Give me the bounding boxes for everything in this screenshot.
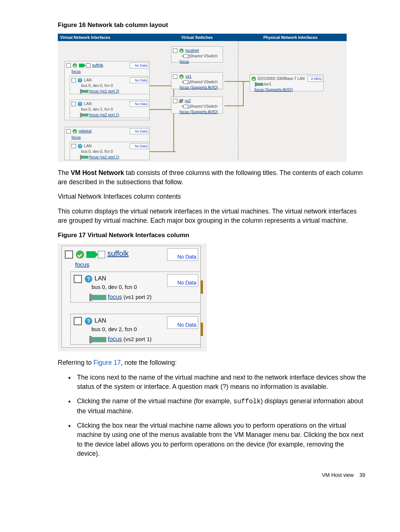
nic-card[interactable]: ? LAN No Data bus 0, dev 2, fcn 0 focus … <box>70 100 150 118</box>
figure-17-caption: Figure 17 Virtual Network Interfaces col… <box>58 231 367 240</box>
host-icon <box>86 63 90 68</box>
sparkline-badge: No Data <box>167 274 198 287</box>
footer-section: VM Host view <box>322 472 354 478</box>
list-item: Clicking the box near the virtual machin… <box>75 421 367 459</box>
unknown-status-icon: ? <box>78 102 82 106</box>
vswitch-card-vs1[interactable]: vs1 • Shared VSwitch focus (Supports AVI… <box>171 72 223 89</box>
switch-icon <box>183 54 189 58</box>
connector-stub <box>201 323 203 336</box>
checkbox-icon[interactable] <box>173 74 177 79</box>
list-item: Clicking the name of the virtual machine… <box>75 397 367 416</box>
nic-label: LAN <box>84 101 91 106</box>
sparkline-badge: No Data <box>130 77 148 83</box>
pni-name: 0/2/1/0/6/0 1000Base-T LAN <box>258 77 305 81</box>
nic-icon <box>91 295 106 300</box>
vswitch-card-vs2[interactable]: vs2 • Shared VSwitch focus (Supports AVI… <box>171 97 223 114</box>
nic-card[interactable]: ? LAN No Data bus 0, dev 0, fcn 0 focus … <box>70 272 201 303</box>
host-icon <box>98 251 105 258</box>
column-separator <box>238 41 239 159</box>
checkbox-icon[interactable] <box>173 48 177 53</box>
nic-port: focus (vs2 port 1) <box>89 112 119 117</box>
nic-bus: bus 0, dev 0, fcn 0 <box>81 83 148 88</box>
connector-line <box>150 85 174 87</box>
unknown-status-icon: ? <box>85 317 92 325</box>
status-ok-icon <box>73 63 77 68</box>
host-link[interactable]: focus <box>71 135 81 139</box>
vswitch-type: Shared VSwitch <box>190 54 218 58</box>
checkbox-icon[interactable] <box>74 317 82 325</box>
pni-card[interactable]: 0/2/1/0/6/0 1000Base-T LAN 0 Mb/s lan1 f… <box>250 74 324 91</box>
sparkline-badge: No Data <box>167 248 198 261</box>
text-bold: VM Host Network <box>71 169 124 176</box>
nic-port: focus (vs2 port 1) <box>108 336 151 342</box>
unknown-status-icon: ? <box>78 78 82 83</box>
text: This column displays the virtual network… <box>58 207 367 226</box>
bullet-list: The icons next to the name of the virtua… <box>58 373 367 459</box>
vswitch-type: Shared VSwitch <box>190 104 218 108</box>
checkbox-icon[interactable] <box>173 99 177 103</box>
vm-name-link[interactable]: wiliekat <box>79 129 91 133</box>
checkbox-icon[interactable] <box>66 129 71 134</box>
nic-port: focus (vs1 port 2) <box>108 294 151 300</box>
nic-label: LAN <box>84 144 91 148</box>
connector-stub <box>201 280 203 294</box>
sparkline-badge: No Data <box>130 128 148 134</box>
checkbox-icon[interactable] <box>71 144 76 148</box>
connector-line <box>224 105 243 107</box>
vswitch-card-localnet[interactable]: localnet • Shared VSwitch focus <box>171 46 223 63</box>
host-link[interactable]: focus <box>180 59 189 64</box>
sparkline-badge: No Data <box>130 101 148 107</box>
connector-line <box>224 81 243 82</box>
list-item: The icons next to the name of the virtua… <box>75 373 367 392</box>
nic-bus: bus 0, dev 0, fcn 0 <box>81 149 148 154</box>
host-link[interactable]: focus (Supports AVIO) <box>180 85 218 90</box>
checkbox-icon[interactable] <box>71 78 76 83</box>
col-header-pni: Physical Network Interfaces <box>234 34 347 41</box>
switch-icon <box>183 105 189 108</box>
nic-label: LAN <box>84 78 91 82</box>
figure-17-diagram: suffolk No Data focus ? LAN No Data bus … <box>58 243 207 351</box>
checkbox-icon[interactable] <box>71 102 76 106</box>
nic-card[interactable]: ? LAN No Data bus 0, dev 0, fcn 0 focus … <box>70 76 150 94</box>
vswitch-link[interactable]: vs1 <box>186 74 191 78</box>
figure-ref-link[interactable]: Figure 17 <box>93 359 121 366</box>
nic-icon <box>256 83 263 86</box>
checkbox-icon[interactable] <box>74 275 82 283</box>
nic-port: focus (vs1 port 1) <box>89 155 119 159</box>
status-ok-icon <box>251 77 256 81</box>
host-link[interactable]: focus <box>75 262 89 268</box>
connector-line <box>173 81 174 152</box>
nic-card[interactable]: ? LAN No Data bus 0, dev 2, fcn 0 focus … <box>70 314 201 345</box>
status-ok-icon <box>73 129 77 134</box>
unknown-status-icon: ? <box>85 275 92 283</box>
page-footer: VM Host view 39 <box>58 471 367 479</box>
figure-16-caption: Figure 16 Network tab column layout <box>58 21 367 30</box>
vm-name-link[interactable]: suffolk <box>107 249 129 257</box>
vm-name-link[interactable]: suffolk <box>92 63 103 67</box>
connector-line <box>150 109 174 110</box>
vswitch-link[interactable]: localnet <box>186 48 199 53</box>
switch-icon <box>183 80 189 84</box>
nic-bus: bus 0, dev 2, fcn 0 <box>81 107 148 112</box>
nic-icon <box>81 90 89 93</box>
host-link[interactable]: focus <box>71 69 81 74</box>
nic-label: LAN <box>94 317 106 324</box>
checkbox-icon[interactable] <box>66 63 71 68</box>
vswitch-link[interactable]: vs2 <box>185 98 191 103</box>
connector-line <box>150 151 176 152</box>
nic-port: focus (vs1 port 2) <box>89 89 119 93</box>
body-text: The VM Host Network tab consists of thre… <box>58 168 367 226</box>
status-ok-icon <box>76 250 84 259</box>
host-link[interactable]: focus (Supports AVIO) <box>180 110 218 114</box>
host-link[interactable]: focus (Supports AVIO) <box>254 87 293 92</box>
figure-16-diagram: Virtual Network Interfaces Virtual Switc… <box>58 34 347 162</box>
unknown-status-icon: ? <box>78 144 82 148</box>
running-icon <box>86 251 95 258</box>
status-ok-icon <box>179 48 184 53</box>
nic-card[interactable]: ? LAN No Data bus 0, dev 0, fcn 0 focus … <box>70 142 150 160</box>
nic-icon <box>81 114 89 117</box>
checkbox-icon[interactable] <box>65 250 73 259</box>
sparkline-badge: No Data <box>130 63 148 68</box>
sparkline-badge: No Data <box>130 143 148 149</box>
sparkline-badge: No Data <box>167 316 198 329</box>
